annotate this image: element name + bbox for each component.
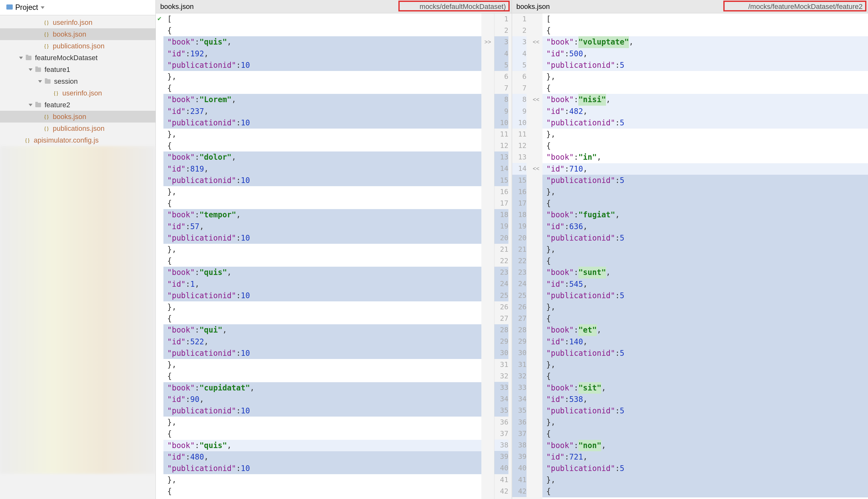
code-line[interactable]: { [542,82,868,94]
code-line[interactable]: "id": 57, [163,221,481,232]
code-line[interactable]: "id": 522, [163,336,481,348]
code-line[interactable]: "id": 721, [542,451,868,463]
right-code[interactable]: [ { "book": "voluptate", "id": 500, "pub… [542,13,868,499]
tree-item[interactable]: { }userinfo.json [0,16,155,28]
code-line[interactable]: "publicationid": 5 [542,290,868,301]
code-line[interactable]: "book": "quis", [163,267,481,278]
code-line[interactable]: "book": "sunt", [542,267,868,278]
code-line[interactable]: "book": "tempor", [163,209,481,221]
code-line[interactable]: }, [163,417,481,428]
code-line[interactable]: "book": "sit", [542,382,868,394]
code-line[interactable]: { [542,313,868,324]
code-line[interactable]: }, [542,71,868,82]
code-line[interactable]: { [542,486,868,497]
code-line[interactable]: "id": 545, [542,278,868,290]
code-line[interactable]: "publicationid": 5 [542,175,868,186]
code-line[interactable]: "publicationid": 5 [542,348,868,359]
code-line[interactable]: }, [163,244,481,255]
code-line[interactable]: "publicationid": 10 [163,60,481,71]
code-line[interactable]: { [163,25,481,36]
code-line[interactable]: "publicationid": 10 [163,405,481,417]
tree-item[interactable]: { }books.json [0,28,155,40]
code-line[interactable]: "id": 192, [163,48,481,60]
code-line[interactable]: "book": "Lorem", [163,94,481,105]
code-line[interactable]: "book": "voluptate", [542,36,868,48]
code-line[interactable]: { [542,370,868,382]
code-line[interactable]: "id": 140, [542,336,868,348]
tree-item[interactable]: feature1 [0,64,155,75]
code-line[interactable]: "book": "dolor", [163,151,481,163]
expand-icon[interactable] [38,80,42,83]
code-line[interactable]: }, [542,417,868,428]
code-line[interactable]: { [163,255,481,267]
code-line[interactable]: }, [163,474,481,486]
tree-item[interactable]: featureMockDataset [0,52,155,64]
code-line[interactable]: "id": 500, [542,48,868,60]
code-line[interactable]: { [542,198,868,209]
code-line[interactable]: "id": 1, [163,278,481,290]
expand-icon[interactable] [19,57,23,59]
tree-item[interactable]: { }publications.json [0,123,155,134]
tree-item[interactable]: feature2 [0,99,155,111]
code-line[interactable]: "id": 237, [163,106,481,117]
tree-item[interactable]: { }userinfo.json [0,87,155,99]
code-line[interactable]: { [163,370,481,382]
code-line[interactable]: "publicationid": 5 [542,232,868,244]
code-line[interactable]: [ [163,13,481,25]
code-line[interactable]: }, [163,301,481,313]
code-line[interactable]: }, [542,301,868,313]
code-line[interactable]: { [163,198,481,209]
code-line[interactable]: { [163,140,481,151]
tree-item[interactable]: { }books.json [0,111,155,123]
code-line[interactable]: { [163,486,481,497]
code-line[interactable]: }, [163,359,481,370]
code-line[interactable]: "publicationid": 10 [163,175,481,186]
code-line[interactable]: }, [542,186,868,198]
code-line[interactable]: }, [542,129,868,140]
code-line[interactable]: "book": "nisi", [542,94,868,105]
code-line[interactable]: "publicationid": 5 [542,60,868,71]
code-line[interactable]: "publicationid": 5 [542,405,868,417]
code-line[interactable]: "publicationid": 10 [163,232,481,244]
code-line[interactable]: "book": "fugiat", [542,209,868,221]
code-line[interactable]: { [163,313,481,324]
project-header[interactable]: Project [0,0,155,15]
code-line[interactable]: "book": "qui", [163,324,481,336]
code-line[interactable]: }, [542,359,868,370]
code-line[interactable]: "book": "quis", [163,440,481,451]
code-line[interactable]: "publicationid": 5 [542,117,868,129]
tree-item[interactable]: { }apisimulator.config.js [0,134,155,146]
code-line[interactable]: }, [163,186,481,198]
code-line[interactable]: { [542,25,868,36]
code-line[interactable]: "publicationid": 10 [163,463,481,474]
code-line[interactable]: "book": "in", [542,151,868,163]
code-line[interactable]: { [163,82,481,94]
code-line[interactable]: { [542,140,868,151]
code-line[interactable]: [ [542,13,868,25]
code-line[interactable]: { [542,428,868,439]
code-line[interactable]: "publicationid": 10 [163,290,481,301]
code-line[interactable]: "publicationid": 5 [542,463,868,474]
code-line[interactable]: "book": "et", [542,324,868,336]
code-line[interactable]: "publicationid": 10 [163,348,481,359]
code-line[interactable]: "book": "non", [542,440,868,451]
project-tree[interactable]: { }userinfo.json{ }books.json{ }publicat… [0,15,155,146]
expand-icon[interactable] [29,69,33,71]
tab-left-file[interactable]: books.json mocks/defaultMockDataset) [156,0,512,13]
tab-right-file[interactable]: books.json /mocks/featureMockDataset/fea… [512,0,868,13]
code-line[interactable]: "book": "cupidatat", [163,382,481,394]
code-line[interactable]: "id": 482, [542,106,868,117]
tree-item[interactable]: session [0,75,155,87]
code-line[interactable]: "id": 710, [542,163,868,175]
code-line[interactable]: { [163,428,481,439]
code-line[interactable]: { [542,255,868,267]
code-line[interactable]: "book": "quis", [163,36,481,48]
tree-item[interactable]: { }publications.json [0,40,155,52]
code-line[interactable]: }, [163,71,481,82]
expand-icon[interactable] [29,104,33,106]
code-line[interactable]: "id": 819, [163,163,481,175]
code-line[interactable]: "id": 636, [542,221,868,232]
code-line[interactable]: "id": 480, [163,451,481,463]
code-line[interactable]: }, [542,474,868,486]
code-line[interactable]: "publicationid": 10 [163,117,481,129]
